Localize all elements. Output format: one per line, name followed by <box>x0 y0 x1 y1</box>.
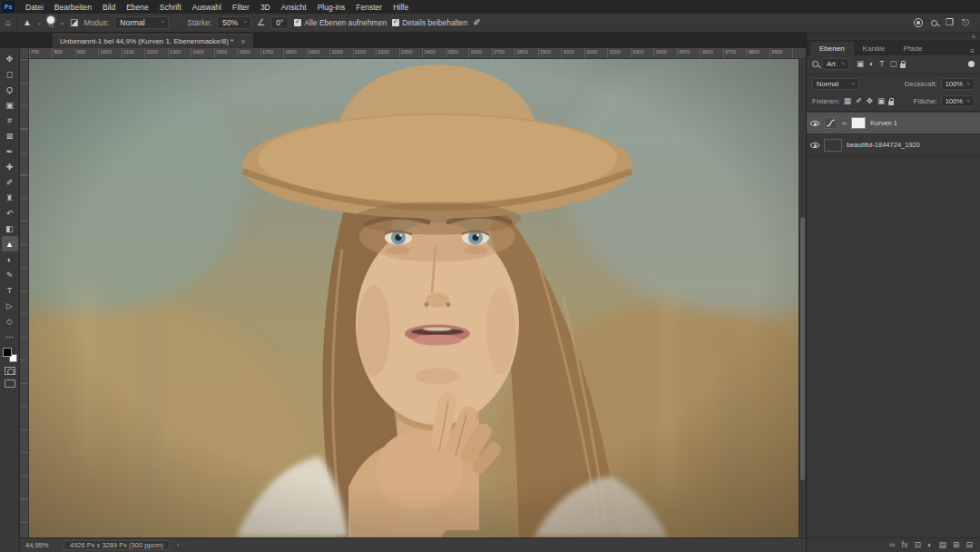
collapse-panels-icon[interactable]: » <box>972 34 975 40</box>
mask-link-icon[interactable]: ∞ <box>842 120 847 126</box>
tool-button[interactable]: ▣ <box>2 97 18 113</box>
tool-button[interactable]: ◐ <box>2 251 18 267</box>
panel-menu-icon[interactable]: ≡ <box>970 47 980 55</box>
status-options-icon[interactable]: › <box>177 541 180 549</box>
menu-item[interactable]: 3D <box>255 2 276 13</box>
filter-type-icon[interactable]: ◐ <box>869 60 874 68</box>
panel-tab[interactable]: Pfade <box>895 42 932 55</box>
vertical-ruler[interactable] <box>20 59 29 537</box>
tool-button[interactable]: ◻ <box>2 66 18 82</box>
photoshop-logo-icon[interactable]: Ps <box>2 1 15 13</box>
menu-item[interactable]: Hilfe <box>387 2 414 13</box>
tool-button[interactable]: ▷ <box>2 298 18 313</box>
menu-item[interactable]: Bearbeiten <box>49 2 97 13</box>
menu-item[interactable]: Schrift <box>154 2 187 13</box>
panel-footer-icon[interactable]: ⊞ <box>953 541 960 549</box>
layer-thumbnail[interactable] <box>824 139 842 152</box>
close-tab-icon[interactable]: × <box>240 37 245 46</box>
tool-button[interactable]: ◇ <box>2 313 18 329</box>
scrollbar-thumb[interactable] <box>800 217 805 480</box>
panel-footer-icon[interactable]: ⊟ <box>965 541 973 549</box>
panel-footer-icon[interactable]: ▤ <box>938 541 946 549</box>
menu-item[interactable]: Ebene <box>121 2 154 13</box>
lock-option-icon[interactable]: ▦ <box>844 97 851 105</box>
menu-item[interactable]: Plug-ins <box>312 2 351 13</box>
menu-item[interactable]: Fenster <box>350 2 387 13</box>
panel-tab[interactable]: Ebenen <box>810 42 854 55</box>
layer-mask-thumbnail[interactable] <box>851 117 866 129</box>
tool-button[interactable]: ▲ <box>2 236 18 251</box>
ruler-label: 1700 <box>262 49 273 54</box>
tool-button[interactable]: ↶ <box>2 205 18 221</box>
sample-all-layers-checkbox[interactable]: Alle Ebenen aufnehmen <box>294 18 387 27</box>
account-icon[interactable] <box>914 18 923 27</box>
layer-visibility-icon[interactable] <box>810 143 819 148</box>
tool-button[interactable]: ♜ <box>2 190 18 205</box>
layer-filter-search-icon[interactable] <box>812 61 818 67</box>
color-swatches[interactable] <box>3 348 17 362</box>
angle-input[interactable]: 0° <box>270 16 289 29</box>
menu-item[interactable]: Filter <box>227 2 255 13</box>
fill-select[interactable]: 100% <box>941 95 975 107</box>
filter-type-icon[interactable]: ▢ <box>889 60 897 68</box>
zoom-level[interactable]: 44,95% <box>25 541 56 549</box>
filter-lock-icon[interactable] <box>900 64 906 68</box>
menu-item[interactable]: Auswahl <box>187 2 227 13</box>
menu-item[interactable]: Ansicht <box>276 2 312 13</box>
protect-detail-checkbox[interactable]: Details beibehalten <box>392 18 467 27</box>
layer-row-photo[interactable]: beautiful-1844724_1920 <box>807 134 980 156</box>
tool-button[interactable]: T <box>2 282 18 298</box>
ruler-origin-corner[interactable] <box>20 48 29 59</box>
share-icon[interactable]: ⎋ <box>962 18 969 27</box>
curves-adjustment-icon[interactable] <box>824 117 838 129</box>
tool-button[interactable]: ✚ <box>2 159 18 174</box>
tool-button[interactable]: ✐ <box>2 174 18 190</box>
lock-option-icon[interactable]: ✐ <box>856 97 862 105</box>
foreground-color-swatch[interactable] <box>3 348 12 357</box>
panel-footer-icon[interactable]: ⊡ <box>914 541 921 549</box>
tool-button[interactable]: # <box>2 113 18 128</box>
menu-item[interactable]: Bild <box>97 2 121 13</box>
tool-button[interactable]: Ϙ <box>2 82 18 97</box>
horizontal-ruler[interactable]: 7008009001000110012001300140015001600170… <box>29 48 806 59</box>
home-icon[interactable]: ⌂ <box>5 18 11 27</box>
opacity-select[interactable]: 100% <box>941 78 975 90</box>
menu-item[interactable]: Datei <box>20 2 49 13</box>
filter-type-icon[interactable]: T <box>879 60 884 68</box>
screen-mode-button[interactable] <box>5 380 15 388</box>
tool-button[interactable]: ✥ <box>2 51 18 66</box>
layer-row-curves[interactable]: ∞ Kurven 1 <box>807 113 980 134</box>
panel-footer-icon[interactable]: ◐ <box>927 541 932 549</box>
tool-button[interactable]: ⋯ <box>2 329 18 344</box>
tool-button[interactable]: ✎ <box>2 267 18 282</box>
mode-select[interactable]: Normal <box>114 16 169 29</box>
lock-option-icon[interactable]: ▣ <box>877 97 885 105</box>
panel-tab[interactable]: Kanäle <box>854 42 895 55</box>
brush-preset-picker[interactable]: 71 <box>47 16 54 29</box>
document-tab[interactable]: Unbenannt-1 bei 44,9% (Kurven 1, Ebenenm… <box>53 34 253 48</box>
filter-kind-select[interactable]: Art <box>822 58 849 70</box>
quick-mask-button[interactable] <box>5 367 15 375</box>
tool-button[interactable]: ◧ <box>2 221 18 236</box>
document-canvas[interactable] <box>29 59 799 537</box>
workspace-switcher-icon[interactable]: ❐ <box>946 18 954 27</box>
tool-button[interactable]: ✒ <box>2 143 18 159</box>
panel-footer-icon[interactable]: ∞ <box>889 541 895 549</box>
lock-option-icon[interactable]: ✥ <box>867 97 873 105</box>
search-icon[interactable] <box>931 20 937 26</box>
tool-preset-dropdown-icon[interactable]: ⌄ <box>37 20 42 25</box>
layer-visibility-icon[interactable] <box>810 121 819 126</box>
vertical-scrollbar[interactable] <box>799 59 806 537</box>
brush-dropdown-icon[interactable]: ⌄ <box>60 20 64 25</box>
blend-mode-select[interactable]: Normal <box>812 78 859 90</box>
panel-footer-icon[interactable]: fx <box>901 541 907 549</box>
tool-button[interactable]: ⊠ <box>2 128 18 143</box>
filter-toggle-icon[interactable] <box>968 61 975 67</box>
pressure-size-icon[interactable]: ✐ <box>473 18 480 27</box>
lock-all-icon[interactable] <box>888 101 894 105</box>
filter-type-icon[interactable]: ▣ <box>857 60 864 68</box>
toggle-brush-panel-icon[interactable]: ◪ <box>70 18 78 27</box>
strength-select[interactable]: 50% <box>217 16 251 29</box>
sharpen-tool-preset-icon[interactable]: ▲ <box>23 18 32 27</box>
document-info[interactable]: 4926 Px x 3289 Px (300 ppcm) <box>64 540 170 550</box>
